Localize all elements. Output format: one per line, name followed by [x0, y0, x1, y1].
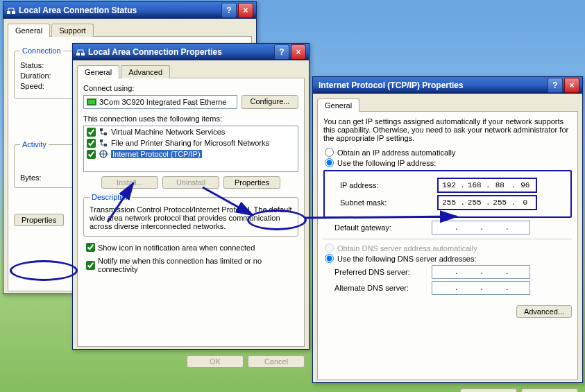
titlebar[interactable]: Local Area Connection Properties ? ×: [73, 44, 309, 60]
tab-body: You can get IP settings assigned automat…: [317, 111, 578, 380]
obtain-dns-radio: [325, 244, 334, 253]
ip-row: IP address: 192. 168. 88. 96: [329, 178, 566, 193]
activity-legend: Activity: [20, 140, 49, 148]
service-icon: [99, 127, 108, 137]
pref-dns-row: Preferred DNS server: . . .: [323, 265, 572, 279]
bottom-bar: OK Cancel: [73, 351, 309, 372]
pref-dns-label: Preferred DNS server:: [323, 268, 432, 276]
list-item[interactable]: Virtual Machine Network Services: [84, 126, 298, 137]
svg-rect-3: [81, 53, 85, 56]
list-item[interactable]: Internet Protocol (TCP/IP): [84, 148, 298, 160]
subnet-row: Subnet mask: 255. 255. 255. 0: [329, 195, 566, 210]
ip-label: IP address:: [329, 181, 437, 189]
titlebar[interactable]: Local Area Connection Status ? ×: [3, 2, 256, 19]
ok-button[interactable]: OK: [460, 389, 517, 392]
svg-rect-2: [76, 53, 80, 56]
properties-button[interactable]: Properties: [14, 214, 64, 226]
svg-rect-1: [12, 11, 15, 14]
connect-using-label: Connect using:: [83, 84, 298, 92]
tab-advanced[interactable]: Advanced: [121, 65, 170, 78]
tabs: General Advanced: [73, 60, 309, 78]
advanced-button[interactable]: Advanced...: [516, 305, 572, 318]
show-icon-row: Show icon in notification area when conn…: [83, 241, 298, 254]
tabs: General Support: [3, 19, 256, 36]
bottom-bar: OK Cancel: [313, 384, 582, 392]
use-ip-radio[interactable]: [325, 158, 334, 167]
notify-label: Notify me when this connection has limit…: [98, 257, 298, 273]
cancel-button[interactable]: Cancel: [248, 355, 305, 368]
use-ip-row[interactable]: Use the following IP address:: [323, 158, 572, 167]
tab-support[interactable]: Support: [51, 24, 94, 37]
description-text: Transmission Control Protocol/Internet P…: [90, 205, 292, 230]
items-list[interactable]: Virtual Machine Network Services File an…: [83, 126, 298, 172]
gateway-input[interactable]: . . .: [432, 221, 530, 235]
show-icon-checkbox[interactable]: [86, 243, 95, 252]
gateway-row: Default gateway: . . .: [323, 221, 572, 235]
close-button[interactable]: ×: [238, 3, 253, 18]
item-properties-button[interactable]: Properties: [223, 176, 280, 189]
intro-text: You can get IP settings assigned automat…: [323, 117, 572, 142]
tabs: General: [313, 94, 582, 111]
notify-checkbox[interactable]: [86, 261, 95, 270]
cancel-button[interactable]: Cancel: [521, 389, 578, 392]
configure-button[interactable]: Configure...: [241, 95, 298, 109]
alt-dns-row: Alternate DNS server: . . .: [323, 281, 572, 295]
tab-body: Connect using: 3Com 3C920 Integrated Fas…: [77, 78, 305, 347]
items-label: This connection uses the following items…: [83, 114, 298, 123]
uninstall-button[interactable]: Uninstall: [162, 176, 219, 189]
ip-input[interactable]: 192. 168. 88. 96: [437, 178, 537, 193]
svg-rect-5: [88, 100, 95, 104]
obtain-dns-row: Obtain DNS server address automatically: [323, 244, 572, 253]
install-button[interactable]: Install...: [101, 176, 158, 189]
titlebar[interactable]: Internet Protocol (TCP/IP) Properties ? …: [313, 77, 582, 94]
help-button[interactable]: ?: [548, 78, 563, 93]
alt-dns-label: Alternate DNS server:: [323, 284, 432, 292]
item-checkbox[interactable]: [87, 150, 96, 159]
obtain-ip-row[interactable]: Obtain an IP address automatically: [323, 148, 572, 157]
obtain-dns-label: Obtain DNS server address automatically: [337, 244, 477, 253]
item-label: Virtual Machine Network Services: [111, 128, 225, 136]
help-button[interactable]: ?: [274, 44, 289, 60]
list-item[interactable]: File and Printer Sharing for Microsoft N…: [84, 137, 298, 148]
tcpip-window: Internet Protocol (TCP/IP) Properties ? …: [312, 76, 583, 383]
title-text: Local Area Connection Status: [19, 6, 220, 15]
properties-window: Local Area Connection Properties ? × Gen…: [72, 43, 310, 350]
item-checkbox[interactable]: [87, 128, 96, 137]
notify-row: Notify me when this connection has limit…: [83, 257, 298, 273]
help-button[interactable]: ?: [221, 3, 237, 18]
description-group: Description Transmission Control Protoco…: [83, 193, 298, 237]
alt-dns-input[interactable]: . . .: [432, 281, 530, 295]
subnet-input[interactable]: 255. 255. 255. 0: [437, 195, 537, 210]
adapter-field: 3Com 3C920 Integrated Fast Etherne: [83, 95, 237, 109]
obtain-ip-label: Obtain an IP address automatically: [337, 148, 455, 157]
item-buttons: Install... Uninstall Properties: [83, 176, 298, 189]
network-icon: [6, 6, 16, 15]
item-checkbox[interactable]: [87, 139, 96, 148]
title-text: Internet Protocol (TCP/IP) Properties: [316, 80, 546, 90]
item-label: Internet Protocol (TCP/IP): [111, 150, 202, 158]
ok-button[interactable]: OK: [187, 355, 244, 368]
tab-general[interactable]: General: [8, 24, 50, 37]
item-label: File and Printer Sharing for Microsoft N…: [111, 139, 269, 147]
use-dns-row[interactable]: Use the following DNS server addresses:: [323, 254, 572, 263]
tab-general[interactable]: General: [317, 99, 359, 112]
network-icon: [76, 47, 85, 57]
use-dns-radio[interactable]: [325, 254, 334, 263]
close-button[interactable]: ×: [291, 44, 306, 60]
svg-rect-9: [104, 144, 107, 146]
ip-emphasis-box: IP address: 192. 168. 88. 96 Subnet mask…: [323, 170, 572, 218]
gateway-label: Default gateway:: [323, 223, 432, 232]
close-button[interactable]: ×: [564, 78, 579, 93]
nic-icon: [87, 97, 96, 107]
use-ip-label: Use the following IP address:: [337, 159, 436, 167]
description-legend: Description: [90, 193, 132, 201]
svg-rect-6: [100, 128, 103, 131]
svg-rect-7: [104, 133, 107, 135]
obtain-ip-radio[interactable]: [325, 148, 334, 157]
service-icon: [99, 138, 108, 148]
show-icon-label: Show icon in notification area when conn…: [98, 244, 255, 252]
connection-legend: Connection: [20, 46, 63, 55]
pref-dns-input[interactable]: . . .: [432, 265, 530, 279]
svg-rect-8: [100, 139, 103, 142]
tab-general[interactable]: General: [77, 65, 119, 78]
